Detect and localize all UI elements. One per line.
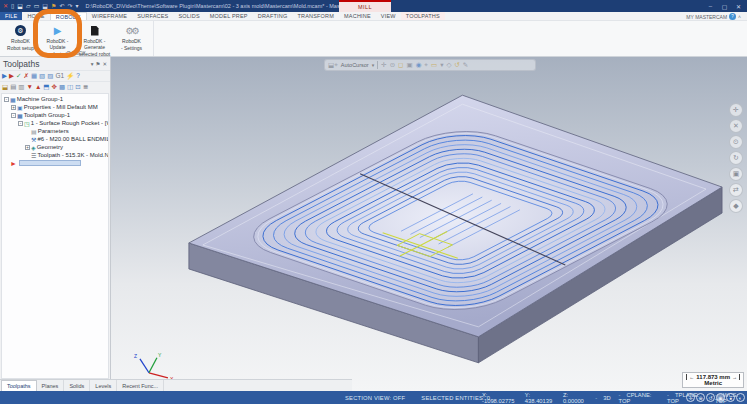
tree-expander-icon[interactable]: -	[11, 113, 16, 118]
tree-item[interactable]: -◳1 - Surface Rough Pocket - [WCS: Top] …	[2, 119, 108, 127]
tab-view[interactable]: VIEW	[376, 12, 401, 20]
regen-dirty-icon[interactable]: ✗	[23, 73, 28, 80]
tree-item[interactable]: ⚒#6 - M20.00 BALL ENDMILL - BALL-NOS	[2, 135, 108, 143]
tree-expander-icon[interactable]: +	[25, 145, 30, 150]
regen-selected-icon[interactable]: ✓	[16, 73, 21, 80]
new-file-icon[interactable]: ▯	[11, 3, 14, 9]
panel-menu-icon[interactable]: ▾	[91, 61, 94, 67]
snap-midpoint-icon[interactable]: ⌖	[424, 62, 428, 69]
graphics-viewport[interactable]: X Y Z ⬓⌖ AutoCursor ▾ ✛⊙◻▣◉⌖▭▾◇↺✎ ✛✕⊙↻▣⇄…	[111, 57, 747, 391]
tree-expander-icon[interactable]: -	[18, 121, 23, 126]
tab-wireframe[interactable]: WIREFRAME	[87, 12, 132, 20]
undo-icon[interactable]: ↶	[59, 3, 64, 9]
post-selected-icon[interactable]: G1	[55, 73, 64, 80]
sketch-icon[interactable]: ✎	[463, 62, 468, 69]
simulate-icon[interactable]: ▨	[47, 73, 53, 80]
gnomon-toggle-icon[interactable]: ✛	[686, 393, 695, 402]
tab-surfaces[interactable]: SURFACES	[132, 12, 173, 20]
autocursor-icon[interactable]: ⌖	[334, 61, 338, 68]
customize-qat-icon[interactable]: ▾	[75, 3, 78, 9]
tree-item[interactable]: -▦Machine Group-1	[2, 95, 108, 103]
snap-intersection-icon[interactable]: ▣	[406, 62, 412, 69]
snap-quadrant-icon[interactable]: ◻	[398, 62, 403, 69]
rotation-center-icon[interactable]: ↺	[706, 393, 715, 402]
selection-box-icon[interactable]: ▭	[431, 62, 437, 69]
zoom-window-button[interactable]: ✕	[729, 119, 743, 133]
backplot-icon[interactable]: ▦	[31, 73, 37, 80]
backside-shading-icon[interactable]: ◐	[736, 393, 745, 402]
restore-button[interactable]: ▢	[718, 3, 731, 10]
open-icon[interactable]: ▱	[26, 3, 31, 9]
close-button[interactable]: ✕	[732, 3, 745, 10]
tab-toolpaths[interactable]: TOOLPATHS	[401, 12, 445, 20]
move-insert-up-icon[interactable]: ▲	[35, 84, 41, 91]
spin-view-button[interactable]: ↻	[729, 151, 743, 165]
panel-pin-icon[interactable]: ⚑	[95, 61, 100, 67]
tree-item[interactable]: ☰Toolpath - 515.3K - Mold.NC - Program	[2, 151, 108, 159]
tree-item[interactable]: +▣Properties - Mill Default MM	[2, 103, 108, 111]
flip-view-button[interactable]: ⇄	[729, 183, 743, 197]
tree-item[interactable]: ▤Parameters	[2, 127, 108, 135]
tree-item[interactable]: -▦Toolpath Group-1	[2, 111, 108, 119]
display-options-button[interactable]: ◆	[729, 199, 743, 213]
save-as-icon[interactable]: ⬓	[42, 3, 48, 9]
tab-robodk[interactable]: ROBODK	[50, 12, 87, 20]
panel-tab-levels[interactable]: Levels	[90, 380, 117, 391]
tab-drafting[interactable]: DRAFTING	[253, 12, 293, 20]
tree-expander-icon[interactable]: +	[11, 105, 16, 110]
tab-file[interactable]: FILE	[0, 12, 22, 20]
selection-dropdown-icon[interactable]: ▾	[440, 62, 443, 69]
tree-expander-icon[interactable]: -	[4, 97, 9, 102]
mode-3d-toggle[interactable]: 3D	[595, 395, 610, 401]
collapse-ribbon-icon[interactable]: ˄	[738, 14, 741, 20]
robodk-robot-setup-button[interactable]: ⚙ RoboDK Robot setup	[2, 23, 39, 51]
snap-center-icon[interactable]: ⊙	[390, 62, 395, 69]
highfeed-icon[interactable]: ⚡	[66, 73, 74, 80]
flag-icon[interactable]: ⚑	[51, 3, 56, 9]
verify-icon[interactable]: ▧	[39, 73, 45, 80]
rotate-view-button[interactable]: ⊙	[729, 135, 743, 149]
repaint-icon[interactable]: ↺	[454, 62, 459, 69]
panel-tab-recent-functions[interactable]: Recent Func...	[117, 380, 164, 391]
panel-tab-toolpaths[interactable]: Toolpaths	[1, 380, 37, 391]
select-all-operations-icon[interactable]: ▶	[2, 73, 7, 80]
insert-arrow-icon[interactable]: ⬒	[43, 84, 49, 91]
print-icon[interactable]: ▭	[34, 3, 40, 9]
wireframe-select-icon[interactable]: ◇	[446, 62, 451, 69]
single-display-icon[interactable]: ◫	[67, 84, 73, 91]
robodk-settings-button[interactable]: ⚙⚙ RoboDK - Settings	[113, 23, 150, 51]
display-selected-icon[interactable]: ⊡	[75, 84, 80, 91]
snap-point-icon[interactable]: ✛	[381, 62, 386, 69]
panel-tab-solids[interactable]: Solids	[64, 380, 90, 391]
panel-tab-planes[interactable]: Planes	[37, 380, 65, 391]
axes-toggle-icon[interactable]: ⊕	[696, 393, 705, 402]
section-view-status[interactable]: SECTION VIEW: OFF	[345, 395, 405, 401]
save-icon[interactable]: ⬓	[17, 3, 23, 9]
cplane-selector[interactable]: CPLANE: TOP	[619, 392, 659, 404]
move-insert-down-icon[interactable]: ▼	[26, 84, 32, 91]
scroll-insert-icon[interactable]: ✥	[52, 84, 57, 91]
tree-item[interactable]: +◈Geometry	[2, 143, 108, 151]
tab-solids[interactable]: SOLIDS	[173, 12, 204, 20]
minimize-button[interactable]: –	[704, 3, 717, 9]
tab-machine[interactable]: MACHINE	[339, 12, 376, 20]
pan-button[interactable]: ✛	[729, 103, 743, 117]
toggle-display-icon[interactable]: ▤	[10, 84, 16, 91]
my-mastercam[interactable]: MY MASTERCAM ? ˄	[686, 12, 745, 21]
panel-close-icon[interactable]: ✕	[102, 61, 107, 67]
list-options-icon[interactable]: ≣	[83, 84, 88, 91]
snap-endpoint-icon[interactable]: ◉	[416, 62, 422, 69]
tab-transform[interactable]: TRANSFORM	[292, 12, 339, 20]
unselect-all-operations-icon[interactable]: ▶	[9, 73, 14, 80]
lock-operations-icon[interactable]: ⬓	[2, 84, 8, 91]
tab-model-prep[interactable]: MODEL PREP	[205, 12, 253, 20]
autocursor-label[interactable]: AutoCursor	[341, 62, 369, 68]
redo-icon[interactable]: ↷	[67, 3, 72, 9]
tab-home[interactable]: HOME	[22, 12, 49, 20]
display-options-icon[interactable]: ▩	[59, 84, 65, 91]
help-icon[interactable]: ?	[76, 73, 80, 80]
shading-active-icon[interactable]: ◉	[716, 393, 725, 402]
toolpath-insert-marker[interactable]: ►	[2, 159, 108, 167]
autocursor-dropdown-icon[interactable]: ▾	[372, 62, 375, 68]
toggle-posting-icon[interactable]: ▥	[18, 84, 24, 91]
